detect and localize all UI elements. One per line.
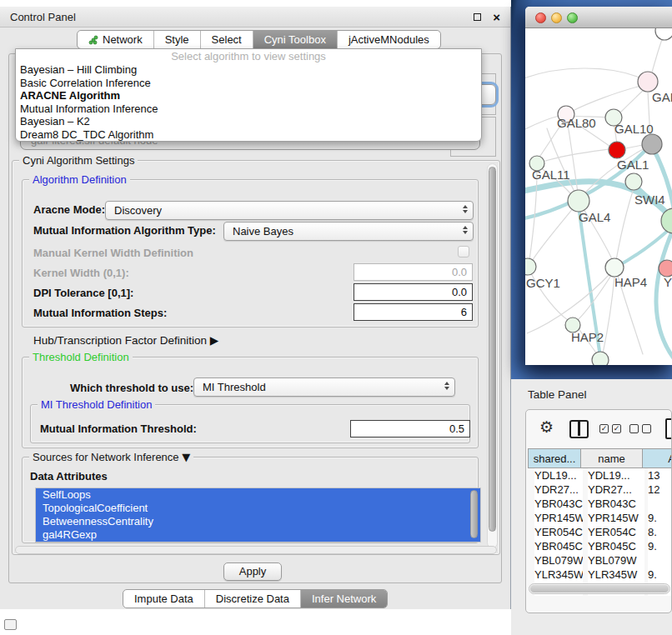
table-cell[interactable]: YPR145W — [588, 511, 644, 525]
table-cell[interactable]: YER054C — [588, 525, 644, 539]
algorithm-option-basic-correlation-inference[interactable]: Basic Correlation Inference — [16, 77, 481, 90]
table-row-2[interactable]: YBR043CYBR043C — [526, 497, 672, 511]
column-header-shared[interactable]: shared... — [528, 448, 581, 468]
network-window-titlebar[interactable] — [525, 7, 672, 28]
list-scrollbar-thumb[interactable] — [470, 490, 478, 538]
attribute-list-item-selfloops[interactable]: SelfLoops — [36, 488, 480, 502]
mi-threshold-field[interactable] — [350, 420, 470, 438]
network-node[interactable] — [638, 72, 658, 92]
table-cell[interactable]: 9. — [648, 511, 672, 525]
dock-panel-icon[interactable] — [4, 619, 17, 630]
table-cell[interactable]: 13 — [648, 468, 672, 482]
table-cell[interactable]: YDL19... — [588, 468, 644, 482]
close-traffic-light[interactable] — [535, 12, 546, 23]
deselect-checkbox-icon[interactable] — [629, 424, 639, 433]
network-graph[interactable]: GALGAL80GAL10GAL1GAL11GAL4SWI4GCY1HAP4YH… — [525, 28, 672, 365]
network-node[interactable] — [592, 352, 609, 365]
network-node[interactable] — [605, 258, 624, 277]
table-row-0[interactable]: YDL19...YDL19...13 — [526, 468, 672, 482]
table-panel: Table Panel ⚙ ✓ ✓ shared...nameA YDL19..… — [511, 379, 672, 635]
table-cell[interactable] — [648, 497, 672, 511]
network-node[interactable] — [659, 260, 672, 277]
attribute-list-item-topologicalcoefficient[interactable]: TopologicalCoefficient — [36, 502, 480, 515]
threshold-definition-title: Threshold Definition — [29, 351, 133, 363]
table-row-6[interactable]: YBL079WYBL079W — [526, 553, 672, 568]
deselect-checkbox-icon-2[interactable] — [642, 424, 651, 433]
export-table-icon[interactable] — [665, 418, 672, 439]
network-node[interactable] — [655, 28, 672, 40]
mi-type-label: Mutual Information Algorithm Type: — [33, 224, 216, 237]
table-cell[interactable]: YBR043C — [534, 497, 583, 511]
manual-kernel-checkbox[interactable] — [458, 246, 469, 258]
mi-threshold-group-title: MI Threshold Definition — [38, 398, 155, 411]
algorithm-option-bayesian-hill-climbing[interactable]: Bayesian – Hill Climbing — [16, 63, 481, 77]
mi-steps-field[interactable] — [354, 303, 473, 321]
float-window-icon[interactable] — [474, 13, 481, 21]
table-cell[interactable]: 12 — [648, 482, 672, 497]
algorithm-option-bayesian-k2[interactable]: Bayesian – K2 — [16, 115, 481, 128]
data-attributes-label: Data Attributes — [30, 470, 108, 482]
tab-style[interactable]: Style — [153, 31, 200, 48]
table-row-5[interactable]: YBR045CYBR045C9. — [526, 539, 672, 553]
table-cell[interactable]: YBL079W — [588, 553, 644, 568]
network-node[interactable] — [642, 134, 662, 154]
column-layout-icon[interactable] — [569, 420, 589, 438]
gear-icon[interactable]: ⚙ — [539, 418, 554, 436]
tab-jactivemnodules[interactable]: jActiveMNodules — [337, 31, 440, 48]
table-row-3[interactable]: YPR145WYPR145W9. — [526, 511, 672, 525]
table-cell[interactable]: YLR345W — [534, 568, 583, 582]
tab-network[interactable]: Network — [78, 31, 153, 48]
settings-scrollbar-thumb[interactable] — [489, 167, 496, 532]
tab-select[interactable]: Select — [200, 31, 253, 48]
hub-definition-toggle[interactable]: Hub/Transcription Factor Definition ▶ — [33, 333, 218, 347]
table-cell[interactable]: YBR045C — [534, 539, 583, 553]
table-hscrollbar-thumb[interactable] — [530, 585, 669, 592]
table-row-1[interactable]: YDR27...YDR27...12 — [526, 482, 672, 497]
minimize-traffic-light[interactable] — [551, 12, 562, 23]
column-header-name[interactable]: name — [581, 448, 643, 468]
table-row-4[interactable]: YER054CYER054C8. — [526, 525, 672, 539]
table-cell[interactable] — [648, 553, 672, 568]
tab-discretize-data[interactable]: Discretize Data — [204, 590, 300, 608]
apply-button[interactable]: Apply — [223, 562, 282, 581]
expanded-arrow-icon[interactable]: ▼ — [182, 451, 190, 463]
table-cell[interactable]: YBL079W — [534, 553, 583, 568]
tab-label: Discretize Data — [216, 592, 289, 605]
mi-type-combo[interactable]: Naive Bayes — [223, 222, 474, 241]
zoom-traffic-light[interactable] — [567, 12, 578, 23]
table-cell[interactable]: 9. — [648, 568, 672, 582]
tab-cyni-toolbox[interactable]: Cyni Toolbox — [253, 31, 337, 48]
select-all-checkbox-icon[interactable]: ✓ — [599, 424, 609, 433]
tab-label: Network — [103, 33, 143, 46]
select-all-checkbox-icon-2[interactable]: ✓ — [612, 424, 621, 433]
which-threshold-combo[interactable]: MI Threshold — [193, 378, 455, 397]
attribute-list-item-gal4rgexp[interactable]: gal4RGexp — [36, 528, 480, 542]
settings-hscrollbar[interactable] — [15, 546, 497, 554]
table-cell[interactable]: YER054C — [534, 525, 583, 539]
tab-impute-data[interactable]: Impute Data — [123, 590, 204, 608]
table-cell[interactable]: YLR345W — [588, 568, 644, 582]
dpi-tolerance-field[interactable] — [354, 283, 473, 301]
algorithm-option-dream8-dc-tdc-algorithm[interactable]: Dream8 DC_TDC Algorithm — [16, 128, 481, 142]
table-cell[interactable]: YDL19... — [534, 468, 583, 482]
aracne-mode-combo[interactable]: Discovery — [105, 201, 474, 220]
attribute-list-item-betweennesscentrality[interactable]: BetweennessCentrality — [36, 515, 480, 528]
table-row-7[interactable]: YLR345WYLR345W9. — [526, 568, 672, 582]
node-label-gal: GAL — [652, 90, 672, 104]
network-node[interactable] — [568, 190, 589, 212]
network-node[interactable] — [525, 258, 536, 275]
column-header-a[interactable]: A — [643, 448, 672, 468]
algorithm-option-mutual-information-inference[interactable]: Mutual Information Inference — [16, 102, 481, 116]
table-cell[interactable]: 8. — [648, 525, 672, 539]
table-cell[interactable]: YBR045C — [588, 539, 644, 553]
tab-infer-network[interactable]: Infer Network — [300, 590, 387, 608]
table-cell[interactable]: YDR27... — [534, 482, 583, 497]
table-cell[interactable]: 9. — [648, 539, 672, 553]
table-cell[interactable]: YPR145W — [534, 511, 583, 525]
network-node[interactable] — [609, 142, 625, 158]
table-cell[interactable]: YDR27... — [588, 482, 644, 497]
table-cell[interactable]: YBR043C — [588, 497, 644, 511]
network-node[interactable] — [625, 173, 642, 190]
algorithm-option-aracne-algorithm[interactable]: ARACNE Algorithm — [16, 89, 481, 102]
close-icon[interactable]: × — [493, 11, 500, 23]
